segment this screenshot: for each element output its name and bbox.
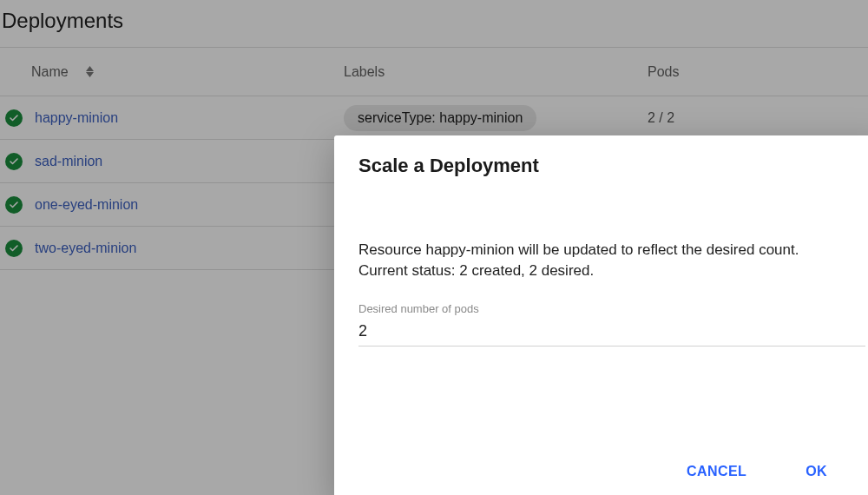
dialog-body: Resource happy-minion will be updated to… [358, 240, 865, 281]
dialog-body-line: Current status: 2 created, 2 desired. [358, 261, 865, 281]
desired-pods-label: Desired number of pods [358, 302, 865, 315]
dialog-title: Scale a Deployment [358, 155, 865, 177]
ok-button[interactable]: OK [802, 457, 831, 486]
desired-pods-input[interactable] [358, 320, 865, 346]
dialog-actions: CANCEL OK [358, 448, 865, 492]
dialog-body-line: Resource happy-minion will be updated to… [358, 240, 865, 261]
scale-deployment-dialog: Scale a Deployment Resource happy-minion… [334, 135, 868, 495]
cancel-button[interactable]: CANCEL [683, 457, 750, 486]
